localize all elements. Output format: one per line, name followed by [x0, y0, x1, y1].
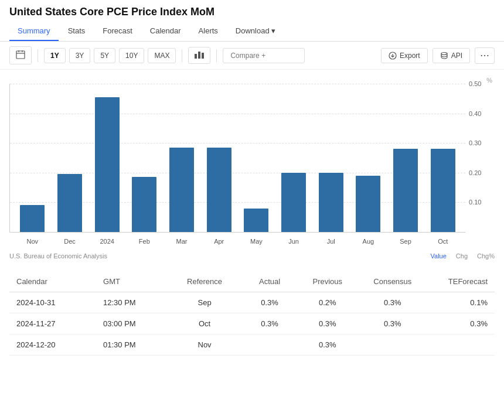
bar-label-may: May	[250, 238, 263, 245]
bar-2024	[95, 97, 120, 232]
bar-mar	[169, 148, 194, 232]
svg-point-8	[441, 52, 447, 54]
bar-may	[244, 209, 268, 232]
bar-group-feb: Feb	[127, 84, 162, 232]
separator2	[182, 49, 182, 62]
tab-stats[interactable]: Stats	[60, 22, 94, 41]
bar-label-aug: Aug	[363, 238, 374, 245]
data-table-wrapper: Calendar GMT Reference Actual Previous C…	[0, 271, 504, 356]
bar-label-nov: Nov	[27, 238, 39, 245]
cell-gmt: 03:00 PM	[96, 313, 168, 334]
th-previous: Previous	[298, 271, 356, 292]
timeframe-10y[interactable]: 10Y	[119, 48, 144, 63]
chart-container: % 0.50 0.40 0.30 0.20 0.10 NovDec2024Feb…	[9, 74, 495, 250]
cell-reference: Nov	[168, 334, 240, 356]
table-row: 2024-10-3112:30 PMSep0.3%0.2%0.3%0.1%	[9, 292, 495, 313]
cell-previous: 0.2%	[298, 292, 356, 313]
svg-rect-5	[198, 52, 200, 59]
tab-calendar[interactable]: Calendar	[142, 22, 189, 41]
cell-actual: 0.3%	[241, 292, 299, 313]
ytick-050: 0.50	[469, 80, 481, 87]
ytick-010: 0.10	[469, 199, 481, 206]
timeframe-max[interactable]: MAX	[148, 48, 176, 63]
tab-alerts[interactable]: Alerts	[190, 22, 226, 41]
bar-group-sep: Sep	[388, 84, 424, 232]
cell-reference: Sep	[168, 292, 240, 313]
bar-group-jun: Jun	[276, 84, 312, 232]
y-axis-label: %	[486, 77, 492, 84]
cell-previous: 0.3%	[298, 313, 356, 334]
calendar-icon-btn[interactable]	[9, 46, 32, 64]
chevron-down-icon: ▾	[271, 26, 275, 35]
timeframe-3y[interactable]: 3Y	[69, 48, 91, 63]
separator3	[216, 49, 217, 62]
table-row: 2024-12-2001:30 PMNov0.3%	[9, 334, 495, 356]
toolbar: 1Y 3Y 5Y 10Y MAX Export API	[0, 42, 504, 70]
cell-actual	[241, 334, 299, 356]
svg-rect-0	[16, 51, 25, 59]
svg-rect-6	[202, 53, 204, 59]
bar-group-dec: Dec	[52, 84, 88, 232]
cell-actual: 0.3%	[241, 313, 299, 334]
bar-label-jul: Jul	[327, 238, 335, 245]
tab-summary[interactable]: Summary	[9, 22, 59, 41]
chg-link[interactable]: Chg	[456, 252, 468, 259]
cell-consensus: 0.3%	[356, 292, 428, 313]
more-options-button[interactable]: ⋯	[475, 47, 495, 64]
value-link[interactable]: Value	[431, 252, 447, 259]
bar-group-aug: Aug	[350, 84, 386, 232]
calendar-icon	[16, 50, 25, 59]
chgpct-link[interactable]: Chg%	[477, 252, 495, 259]
chart-inner: 0.50 0.40 0.30 0.20 0.10 NovDec2024FebMa…	[9, 84, 465, 233]
bar-group-mar: Mar	[164, 84, 200, 232]
compare-input[interactable]	[223, 48, 305, 63]
cell-reference: Oct	[168, 313, 240, 334]
bar-feb	[132, 177, 156, 232]
bar-label-jun: Jun	[288, 238, 299, 245]
bar-label-dec: Dec	[64, 238, 76, 245]
th-actual: Actual	[241, 271, 299, 292]
cell-consensus: 0.3%	[356, 313, 428, 334]
th-consensus: Consensus	[356, 271, 428, 292]
bar-label-2024: 2024	[100, 238, 114, 245]
bar-jul	[319, 173, 343, 232]
bar-group-oct: Oct	[425, 84, 461, 232]
bar-label-feb: Feb	[139, 238, 150, 245]
cell-consensus	[356, 334, 428, 356]
bar-label-sep: Sep	[400, 238, 411, 245]
cell-calendar: 2024-10-31	[9, 292, 96, 313]
bar-sep	[393, 149, 418, 232]
ytick-030: 0.30	[469, 139, 481, 146]
bar-group-2024: 2024	[89, 84, 125, 232]
th-reference: Reference	[168, 271, 240, 292]
tab-forecast[interactable]: Forecast	[94, 22, 141, 41]
api-button[interactable]: API	[433, 48, 470, 63]
cell-teforecast: 0.3%	[428, 313, 495, 334]
bar-apr	[207, 148, 231, 232]
bar-dec	[57, 174, 82, 232]
svg-rect-4	[195, 54, 197, 59]
bar-label-mar: Mar	[176, 238, 188, 245]
export-button[interactable]: Export	[381, 48, 428, 63]
ytick-020: 0.20	[469, 169, 481, 176]
bar-aug	[356, 176, 380, 232]
cell-teforecast	[428, 334, 495, 356]
tab-download[interactable]: Download ▾	[227, 22, 284, 41]
cell-gmt: 12:30 PM	[96, 292, 168, 313]
chart-type-btn[interactable]	[188, 47, 210, 64]
th-gmt: GMT	[96, 271, 168, 292]
cell-previous: 0.3%	[298, 334, 356, 356]
bar-group-nov: Nov	[15, 84, 50, 232]
toolbar-right: Export API ⋯	[381, 47, 495, 64]
tabs-bar: Summary Stats Forecast Calendar Alerts D…	[0, 22, 504, 42]
th-calendar: Calendar	[9, 271, 96, 292]
timeframe-5y[interactable]: 5Y	[94, 48, 115, 63]
bar-group-jul: Jul	[313, 84, 349, 232]
database-icon	[440, 52, 448, 60]
source-links: Value Chg Chg%	[431, 252, 495, 259]
th-teforecast: TEForecast	[428, 271, 495, 292]
ytick-040: 0.40	[469, 110, 481, 117]
timeframe-1y[interactable]: 1Y	[44, 48, 66, 63]
cell-calendar: 2024-12-20	[9, 334, 96, 356]
bar-label-apr: Apr	[214, 238, 224, 245]
